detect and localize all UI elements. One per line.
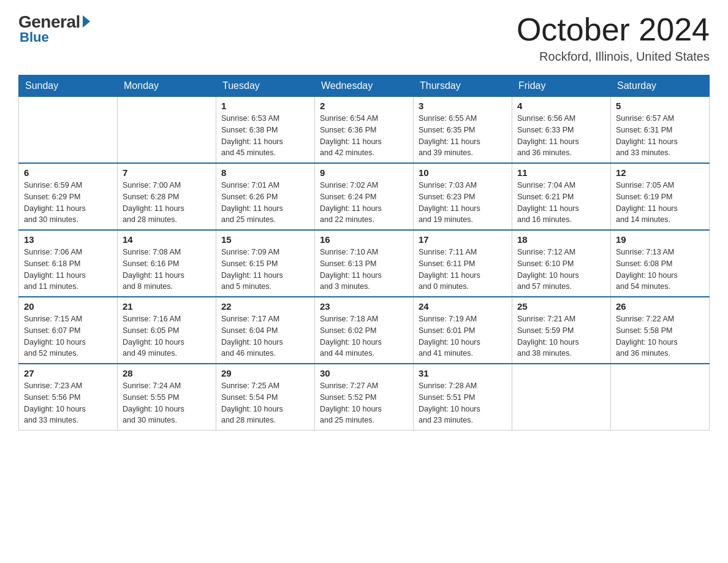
calendar-cell: 2Sunrise: 6:54 AMSunset: 6:36 PMDaylight… bbox=[315, 97, 414, 164]
day-number: 4 bbox=[517, 101, 605, 111]
day-info: Sunrise: 6:55 AMSunset: 6:35 PMDaylight:… bbox=[419, 113, 507, 159]
day-info: Sunrise: 6:57 AMSunset: 6:31 PMDaylight:… bbox=[616, 113, 704, 159]
calendar-header-row: SundayMondayTuesdayWednesdayThursdayFrid… bbox=[19, 75, 710, 97]
day-number: 6 bbox=[24, 167, 112, 178]
calendar-cell: 15Sunrise: 7:09 AMSunset: 6:15 PMDayligh… bbox=[216, 230, 315, 297]
day-info: Sunrise: 7:23 AMSunset: 5:56 PMDaylight:… bbox=[24, 380, 112, 426]
calendar-cell: 8Sunrise: 7:01 AMSunset: 6:26 PMDaylight… bbox=[216, 163, 315, 230]
calendar-week-3: 13Sunrise: 7:06 AMSunset: 6:18 PMDayligh… bbox=[19, 230, 710, 297]
day-number: 27 bbox=[24, 368, 112, 378]
calendar-cell: 28Sunrise: 7:24 AMSunset: 5:55 PMDayligh… bbox=[118, 364, 216, 431]
calendar-cell: 17Sunrise: 7:11 AMSunset: 6:11 PMDayligh… bbox=[414, 230, 512, 297]
day-info: Sunrise: 6:56 AMSunset: 6:33 PMDaylight:… bbox=[517, 113, 605, 159]
day-info: Sunrise: 6:54 AMSunset: 6:36 PMDaylight:… bbox=[320, 113, 408, 159]
calendar-cell: 30Sunrise: 7:27 AMSunset: 5:52 PMDayligh… bbox=[315, 364, 414, 431]
calendar-cell: 23Sunrise: 7:18 AMSunset: 6:02 PMDayligh… bbox=[315, 297, 414, 364]
month-title: October 2024 bbox=[517, 12, 710, 47]
calendar-cell: 20Sunrise: 7:15 AMSunset: 6:07 PMDayligh… bbox=[19, 297, 118, 364]
calendar-week-2: 6Sunrise: 6:59 AMSunset: 6:29 PMDaylight… bbox=[19, 163, 710, 230]
day-number: 15 bbox=[221, 234, 309, 245]
calendar-header-wednesday: Wednesday bbox=[315, 75, 414, 97]
day-number: 26 bbox=[616, 301, 704, 312]
day-number: 14 bbox=[123, 234, 211, 245]
calendar-cell: 10Sunrise: 7:03 AMSunset: 6:23 PMDayligh… bbox=[414, 163, 512, 230]
day-info: Sunrise: 7:28 AMSunset: 5:51 PMDaylight:… bbox=[419, 380, 507, 426]
day-info: Sunrise: 7:04 AMSunset: 6:21 PMDaylight:… bbox=[517, 180, 605, 226]
logo: General Blue bbox=[18, 12, 90, 45]
day-number: 30 bbox=[320, 368, 408, 378]
logo-blue-text: Blue bbox=[20, 29, 49, 45]
day-number: 22 bbox=[221, 301, 309, 312]
calendar-header-monday: Monday bbox=[118, 75, 216, 97]
calendar-cell: 26Sunrise: 7:22 AMSunset: 5:58 PMDayligh… bbox=[611, 297, 710, 364]
day-number: 1 bbox=[221, 101, 309, 111]
calendar-week-4: 20Sunrise: 7:15 AMSunset: 6:07 PMDayligh… bbox=[19, 297, 710, 364]
day-info: Sunrise: 7:19 AMSunset: 6:01 PMDaylight:… bbox=[419, 313, 507, 359]
day-number: 7 bbox=[123, 167, 211, 178]
calendar-cell bbox=[19, 97, 118, 164]
day-info: Sunrise: 7:00 AMSunset: 6:28 PMDaylight:… bbox=[123, 180, 211, 226]
day-number: 8 bbox=[221, 167, 309, 178]
page-header: General Blue October 2024 Rockford, Illi… bbox=[18, 12, 710, 64]
calendar-header-sunday: Sunday bbox=[19, 75, 118, 97]
day-number: 28 bbox=[123, 368, 211, 378]
day-number: 17 bbox=[419, 234, 507, 245]
day-info: Sunrise: 7:16 AMSunset: 6:05 PMDaylight:… bbox=[123, 313, 211, 359]
day-info: Sunrise: 7:08 AMSunset: 6:16 PMDaylight:… bbox=[123, 247, 211, 293]
day-info: Sunrise: 7:27 AMSunset: 5:52 PMDaylight:… bbox=[320, 380, 408, 426]
day-number: 25 bbox=[517, 301, 605, 312]
day-info: Sunrise: 7:09 AMSunset: 6:15 PMDaylight:… bbox=[221, 247, 309, 293]
day-number: 10 bbox=[419, 167, 507, 178]
calendar-cell: 1Sunrise: 6:53 AMSunset: 6:38 PMDaylight… bbox=[216, 97, 315, 164]
calendar-cell: 4Sunrise: 6:56 AMSunset: 6:33 PMDaylight… bbox=[512, 97, 611, 164]
day-info: Sunrise: 7:10 AMSunset: 6:13 PMDaylight:… bbox=[320, 247, 408, 293]
calendar-cell: 13Sunrise: 7:06 AMSunset: 6:18 PMDayligh… bbox=[19, 230, 118, 297]
day-number: 20 bbox=[24, 301, 112, 312]
day-number: 29 bbox=[221, 368, 309, 378]
calendar-cell: 3Sunrise: 6:55 AMSunset: 6:35 PMDaylight… bbox=[414, 97, 512, 164]
day-info: Sunrise: 7:21 AMSunset: 5:59 PMDaylight:… bbox=[517, 313, 605, 359]
day-info: Sunrise: 7:22 AMSunset: 5:58 PMDaylight:… bbox=[616, 313, 704, 359]
calendar-cell: 16Sunrise: 7:10 AMSunset: 6:13 PMDayligh… bbox=[315, 230, 414, 297]
day-number: 12 bbox=[616, 167, 704, 178]
day-number: 19 bbox=[616, 234, 704, 245]
calendar-cell: 22Sunrise: 7:17 AMSunset: 6:04 PMDayligh… bbox=[216, 297, 315, 364]
title-area: October 2024 Rockford, Illinois, United … bbox=[517, 12, 710, 64]
day-info: Sunrise: 7:03 AMSunset: 6:23 PMDaylight:… bbox=[419, 180, 507, 226]
day-number: 18 bbox=[517, 234, 605, 245]
calendar-cell: 12Sunrise: 7:05 AMSunset: 6:19 PMDayligh… bbox=[611, 163, 710, 230]
calendar-header-thursday: Thursday bbox=[414, 75, 512, 97]
calendar-cell: 25Sunrise: 7:21 AMSunset: 5:59 PMDayligh… bbox=[512, 297, 611, 364]
logo-arrow-icon bbox=[83, 15, 90, 28]
day-info: Sunrise: 7:01 AMSunset: 6:26 PMDaylight:… bbox=[221, 180, 309, 226]
day-info: Sunrise: 7:17 AMSunset: 6:04 PMDaylight:… bbox=[221, 313, 309, 359]
day-number: 9 bbox=[320, 167, 408, 178]
day-number: 5 bbox=[616, 101, 704, 111]
calendar-cell: 27Sunrise: 7:23 AMSunset: 5:56 PMDayligh… bbox=[19, 364, 118, 431]
day-info: Sunrise: 7:13 AMSunset: 6:08 PMDaylight:… bbox=[616, 247, 704, 293]
calendar-cell: 14Sunrise: 7:08 AMSunset: 6:16 PMDayligh… bbox=[118, 230, 216, 297]
day-number: 11 bbox=[517, 167, 605, 178]
day-info: Sunrise: 7:24 AMSunset: 5:55 PMDaylight:… bbox=[123, 380, 211, 426]
calendar-cell: 24Sunrise: 7:19 AMSunset: 6:01 PMDayligh… bbox=[414, 297, 512, 364]
day-number: 31 bbox=[419, 368, 507, 378]
calendar-cell: 31Sunrise: 7:28 AMSunset: 5:51 PMDayligh… bbox=[414, 364, 512, 431]
calendar-cell bbox=[118, 97, 216, 164]
day-number: 13 bbox=[24, 234, 112, 245]
day-number: 16 bbox=[320, 234, 408, 245]
day-info: Sunrise: 6:59 AMSunset: 6:29 PMDaylight:… bbox=[24, 180, 112, 226]
day-number: 21 bbox=[123, 301, 211, 312]
calendar-header-friday: Friday bbox=[512, 75, 611, 97]
day-info: Sunrise: 7:18 AMSunset: 6:02 PMDaylight:… bbox=[320, 313, 408, 359]
calendar-cell: 19Sunrise: 7:13 AMSunset: 6:08 PMDayligh… bbox=[611, 230, 710, 297]
calendar-cell: 9Sunrise: 7:02 AMSunset: 6:24 PMDaylight… bbox=[315, 163, 414, 230]
calendar-cell: 7Sunrise: 7:00 AMSunset: 6:28 PMDaylight… bbox=[118, 163, 216, 230]
location: Rockford, Illinois, United States bbox=[517, 50, 710, 64]
calendar-header-saturday: Saturday bbox=[611, 75, 710, 97]
day-info: Sunrise: 7:25 AMSunset: 5:54 PMDaylight:… bbox=[221, 380, 309, 426]
day-number: 23 bbox=[320, 301, 408, 312]
calendar-cell: 21Sunrise: 7:16 AMSunset: 6:05 PMDayligh… bbox=[118, 297, 216, 364]
calendar-week-1: 1Sunrise: 6:53 AMSunset: 6:38 PMDaylight… bbox=[19, 97, 710, 164]
day-info: Sunrise: 7:06 AMSunset: 6:18 PMDaylight:… bbox=[24, 247, 112, 293]
day-info: Sunrise: 7:02 AMSunset: 6:24 PMDaylight:… bbox=[320, 180, 408, 226]
